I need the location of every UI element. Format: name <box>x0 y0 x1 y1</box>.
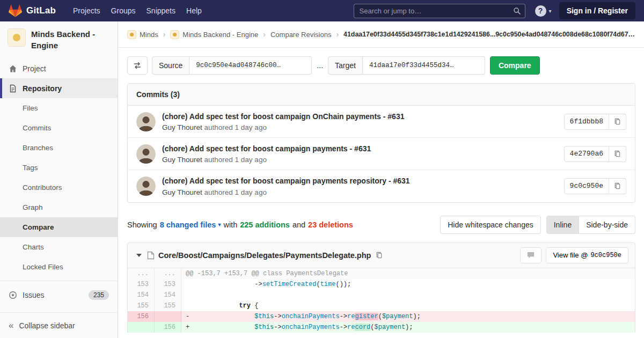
sidebar-item-tags[interactable]: Tags <box>0 158 118 178</box>
diff-old-line-number[interactable]: 156 <box>128 311 155 322</box>
diff-new-line-number[interactable] <box>155 311 181 322</box>
sidebar-item-graph[interactable]: Graph <box>0 197 118 217</box>
diff-new-line-number[interactable]: ... <box>155 268 181 279</box>
sidebar-item-contributors[interactable]: Contributors <box>0 178 118 197</box>
navbar-menu: ProjectsGroupsSnippetsHelp <box>68 0 207 21</box>
code-segment: -> <box>340 313 347 320</box>
breadcrumb-item-compare-revisions[interactable]: Compare Revisions <box>270 31 331 39</box>
repository-subnav: FilesCommitsBranchesTagsContributorsGrap… <box>0 98 118 277</box>
swap-revisions-button[interactable] <box>127 56 148 75</box>
view-file-button[interactable]: View file @ 9c0c950e <box>546 247 628 263</box>
diff-old-line-number[interactable]: ... <box>128 268 155 279</box>
changed-files-dropdown[interactable]: 8 changed files ▾ <box>160 221 221 229</box>
sidebar-item-charts[interactable]: Charts <box>0 237 118 257</box>
breadcrumb: Minds›Minds Backend - Engine›Compare Rev… <box>119 21 644 48</box>
nav-link-projects[interactable]: Projects <box>68 0 106 21</box>
swap-arrows-icon <box>133 61 142 70</box>
diff-new-line-number[interactable]: 153 <box>155 279 181 290</box>
user-avatar <box>136 177 156 196</box>
commit-author-link[interactable]: Guy Thouret <box>162 156 202 164</box>
diff-old-line-number[interactable] <box>128 322 155 333</box>
code-segment: -> <box>274 313 281 320</box>
toggle-comments-button[interactable] <box>520 247 541 263</box>
copy-sha-button[interactable] <box>609 146 626 162</box>
breadcrumb-separator: › <box>336 30 339 39</box>
diff-lines: ......@@ -153,7 +153,7 @@ class Payments… <box>128 268 635 333</box>
sidebar-item-locked-files[interactable]: Locked Files <box>0 257 118 277</box>
diff-new-line-number[interactable]: 156 <box>155 322 181 333</box>
code-segment: gister <box>355 313 378 320</box>
breadcrumb-avatar-icon <box>170 30 179 39</box>
source-revision-dropdown[interactable]: 9c0c950e4ad048746c00… <box>189 56 312 75</box>
nav-link-groups[interactable]: Groups <box>106 0 141 21</box>
code-segment <box>193 302 239 310</box>
breadcrumb-item-minds-backend-engine[interactable]: Minds Backend - Engine <box>170 30 258 39</box>
breadcrumb-label: Minds <box>140 31 158 39</box>
diff-new-line-number[interactable]: 155 <box>155 300 181 311</box>
code-segment: ( <box>378 313 382 320</box>
sidebar-item-label: Issues <box>23 291 44 299</box>
commit-author-link[interactable]: Guy Thouret <box>162 188 202 196</box>
diff-line-code <box>181 290 635 300</box>
user-avatar <box>136 112 156 131</box>
diff-new-line-number[interactable]: 154 <box>155 290 181 300</box>
commit-author-link[interactable]: Guy Thouret <box>162 123 202 131</box>
diff-view-controls: Hide whitespace changes InlineSide-by-si… <box>440 216 635 234</box>
sidebar-item-compare[interactable]: Compare <box>0 217 118 237</box>
commit-list: (chore) Add spec test for boost campaign… <box>128 106 635 202</box>
sidebar-item-repository[interactable]: Repository <box>0 78 118 98</box>
breadcrumb-separator: › <box>263 30 266 39</box>
diff-line: 154154 <box>128 290 635 300</box>
sidebar-item-issues[interactable]: Issues 235 <box>0 285 118 305</box>
diff-line-code: - $this->onchainPayments->register($paym… <box>181 311 635 322</box>
code-segment: onchainPayments <box>282 313 340 320</box>
copy-icon <box>375 251 383 259</box>
copy-sha-button[interactable] <box>609 114 626 130</box>
diff-line: ......@@ -153,7 +153,7 @@ class Payments… <box>128 268 635 279</box>
target-revision-dropdown[interactable]: 41daa17e0f33d4455d34… <box>363 56 485 75</box>
code-segment: $payment <box>375 324 406 331</box>
diff-line: 153153 ->setTimeCreated(time()); <box>128 279 635 290</box>
help-menu[interactable]: ? ▾ <box>535 5 552 17</box>
search-box[interactable] <box>354 4 525 18</box>
sidebar-item-files[interactable]: Files <box>0 98 118 118</box>
user-avatar <box>136 144 156 164</box>
commit-info: (chore) Add spec test for boost campaign… <box>162 176 410 196</box>
breadcrumb-current-range: 41daa17e0f33d4455d345f738c1e1d1429241586… <box>343 31 635 38</box>
repository-icon <box>9 84 17 93</box>
project-context-link[interactable]: Minds Backend - Engine <box>0 21 118 55</box>
view-mode-inline[interactable]: Inline <box>546 216 579 234</box>
collapse-sidebar-button[interactable]: « Collapse sidebar <box>0 312 118 338</box>
main-content: Minds›Minds Backend - Engine›Compare Rev… <box>119 21 644 338</box>
diff-old-line-number[interactable]: 155 <box>128 300 155 311</box>
collapse-diff-caret-icon[interactable] <box>136 254 142 257</box>
sidebar-item-branches[interactable]: Branches <box>0 138 118 158</box>
sign-in-button[interactable]: Sign in / Register <box>559 2 635 19</box>
commit-title-link[interactable]: (chore) Add spec test for boost campaign… <box>162 144 371 153</box>
diff-file-path[interactable]: Core/Boost/Campaigns/Delegates/PaymentsD… <box>158 251 371 260</box>
diff-old-line-number[interactable]: 153 <box>128 279 155 290</box>
copy-file-path-button[interactable] <box>375 251 383 259</box>
code-segment: $this <box>254 324 274 331</box>
commit-title-link[interactable]: (chore) Add spec test for boost campaign… <box>162 112 404 121</box>
breadcrumb-item-minds[interactable]: Minds <box>127 30 158 39</box>
code-segment: @@ -153,7 +153,7 @@ class PaymentsDelega… <box>186 270 348 277</box>
search-input[interactable] <box>354 7 525 15</box>
sidebar-item-project[interactable]: Project <box>0 58 118 78</box>
sidebar-item-commits[interactable]: Commits <box>0 118 118 138</box>
compare-button[interactable]: Compare <box>490 56 540 75</box>
copy-sha-button[interactable] <box>609 178 626 194</box>
diff-old-line-number[interactable]: 154 <box>128 290 155 300</box>
nav-link-snippets[interactable]: Snippets <box>141 0 181 21</box>
nav-link-help[interactable]: Help <box>181 0 207 21</box>
commit-sha: 9c0c950e <box>564 178 609 194</box>
gitlab-logo[interactable]: GitLab <box>9 4 56 18</box>
breadcrumb-label: Minds Backend - Engine <box>182 31 258 39</box>
chevron-down-icon: ▾ <box>218 222 221 227</box>
view-mode-side-by-side[interactable]: Side-by-side <box>579 216 635 234</box>
breadcrumb-separator: › <box>163 30 166 39</box>
commit-title-link[interactable]: (chore) Add spec test for boost campaign… <box>162 176 410 186</box>
range-separator: ... <box>317 61 323 70</box>
diff-line-sign: - <box>186 311 193 322</box>
hide-whitespace-button[interactable]: Hide whitespace changes <box>440 216 541 234</box>
